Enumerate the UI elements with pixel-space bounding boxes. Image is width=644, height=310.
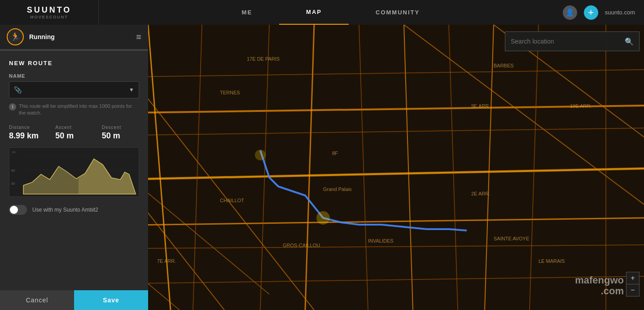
navbar: SUUNTO MOVESCOUNT ME MAP COMMUNITY 👤 + s… [0, 0, 644, 25]
new-route-panel: NEW ROUTE NAME 📎 ▼ i This route will be … [0, 49, 148, 290]
descent-stat: Descent 50 m [102, 125, 139, 141]
name-input-wrapper: 📎 ▼ [9, 81, 139, 98]
info-icon: i [9, 103, 16, 111]
logo-area: SUUNTO MOVESCOUNT [0, 0, 99, 25]
ascent-stat: Ascent 50 m [55, 125, 92, 141]
svg-text:BARBES: BARBES [494, 63, 514, 68]
sport-label: Running [29, 33, 131, 40]
button-row: Cancel Save [0, 290, 148, 310]
sidebar-header: 🏃 Running ≡ [0, 25, 148, 49]
hint-text: i This route will be simplified into max… [9, 103, 139, 117]
svg-text:30: 30 [11, 182, 15, 186]
zoom-control: + − [626, 272, 640, 297]
nav-community[interactable]: COMMUNITY [349, 0, 447, 25]
cancel-button[interactable]: Cancel [0, 290, 74, 310]
toggle-row: Use with my Suunto Ambit2 [9, 205, 139, 215]
new-route-title: NEW ROUTE [9, 60, 139, 66]
nav-links: ME MAP COMMUNITY [99, 0, 563, 25]
svg-text:LE MARAIS: LE MARAIS [539, 258, 565, 264]
svg-text:8F: 8F [332, 151, 338, 156]
logo-brand: SUUNTO [27, 5, 72, 15]
ascent-value: 50 m [55, 131, 92, 141]
ambit-toggle[interactable] [9, 205, 27, 215]
search-icon[interactable]: 🔍 [625, 37, 634, 46]
search-box: 🔍 [505, 31, 640, 51]
search-input[interactable] [511, 38, 625, 45]
menu-icon[interactable]: ≡ [136, 32, 141, 42]
site-link[interactable]: suunto.com [605, 9, 635, 16]
sidebar: 🏃 Running ≡ NEW ROUTE NAME 📎 ▼ i This ro… [0, 25, 148, 310]
descent-value: 50 m [102, 131, 139, 141]
zoom-out-button[interactable]: − [626, 284, 639, 296]
svg-text:2E ARR.: 2E ARR. [471, 191, 490, 196]
toggle-label: Use with my Suunto Ambit2 [32, 207, 98, 213]
svg-text:40: 40 [11, 168, 15, 173]
svg-text:9E ARR.: 9E ARR. [471, 103, 490, 109]
svg-text:SAINTE AVOYE: SAINTE AVOYE [494, 236, 529, 241]
chevron-down-icon[interactable]: ▼ [129, 87, 134, 93]
distance-label: Distance [9, 125, 46, 130]
save-button[interactable]: Save [74, 290, 148, 310]
stats-row: Distance 8.99 km Ascent 50 m Descent 50 … [9, 125, 139, 141]
route-icon: 📎 [14, 86, 22, 93]
nav-me[interactable]: ME [215, 0, 280, 25]
svg-text:INVALIDES: INVALIDES [368, 238, 394, 244]
logo: SUUNTO MOVESCOUNT [27, 5, 72, 19]
svg-marker-24 [79, 159, 136, 194]
name-label: NAME [9, 73, 139, 79]
toggle-knob [10, 206, 18, 214]
zoom-in-button[interactable]: + [626, 272, 639, 284]
ascent-label: Ascent [55, 125, 92, 130]
descent-label: Descent [102, 125, 139, 130]
svg-text:CHAILLOT: CHAILLOT [220, 198, 244, 203]
svg-text:m: m [13, 150, 16, 154]
nav-map[interactable]: MAP [279, 0, 349, 25]
add-button[interactable]: + [584, 5, 598, 20]
svg-text:TERNES: TERNES [220, 90, 240, 95]
svg-text:7E ARR.: 7E ARR. [157, 258, 176, 264]
distance-stat: Distance 8.99 km [9, 125, 46, 141]
svg-point-15 [316, 211, 330, 225]
svg-text:Grand Palais: Grand Palais [323, 186, 352, 192]
elevation-chart: m 40 30 [9, 147, 139, 197]
svg-point-16 [255, 150, 266, 160]
svg-text:17E DE PARIS: 17E DE PARIS [247, 56, 280, 62]
svg-text:GROS-CAILLOU: GROS-CAILLOU [283, 243, 320, 248]
watermark: mafengwo .com [575, 275, 624, 297]
nav-right: 👤 + suunto.com [563, 5, 644, 20]
sport-icon: 🏃 [7, 28, 24, 45]
svg-text:10E ARR.: 10E ARR. [570, 103, 591, 109]
name-input[interactable] [25, 86, 129, 93]
user-avatar[interactable]: 👤 [563, 5, 577, 20]
logo-sub: MOVESCOUNT [27, 15, 72, 19]
distance-value: 8.99 km [9, 131, 46, 141]
